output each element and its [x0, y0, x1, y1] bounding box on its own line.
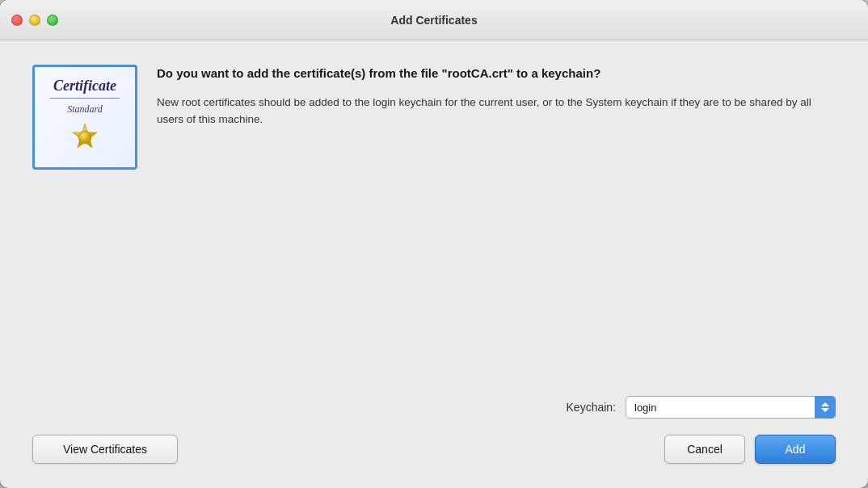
view-certificates-button[interactable]: View Certificates — [32, 435, 178, 464]
cert-seal-icon — [67, 120, 103, 156]
certificate-icon: Certificate Standard — [32, 65, 137, 170]
description-text: New root certificates should be added to… — [157, 95, 836, 128]
main-section: Certificate Standard — [32, 65, 836, 170]
close-button[interactable] — [11, 15, 23, 26]
cert-title-line2: Standard — [67, 103, 103, 116]
minimize-button[interactable] — [29, 15, 40, 26]
window-title: Add Certificates — [390, 14, 477, 27]
text-section: Do you want to add the certificate(s) fr… — [157, 65, 836, 128]
svg-point-1 — [78, 131, 91, 144]
add-button[interactable]: Add — [755, 435, 836, 464]
main-question: Do you want to add the certificate(s) fr… — [157, 65, 836, 82]
keychain-section: Keychain: login System — [32, 396, 836, 419]
dialog-content: Certificate Standard — [0, 40, 868, 488]
keychain-select[interactable]: login System — [626, 396, 836, 419]
keychain-label: Keychain: — [567, 401, 616, 414]
cancel-button[interactable]: Cancel — [664, 435, 745, 464]
titlebar: Add Certificates — [0, 0, 868, 40]
cert-title-line1: Certificate — [53, 78, 116, 95]
keychain-select-wrapper: login System — [626, 396, 836, 419]
dialog-window: Add Certificates Certificate Standard — [0, 0, 868, 488]
right-buttons: Cancel Add — [664, 435, 836, 464]
maximize-button[interactable] — [47, 15, 58, 26]
button-section: View Certificates Cancel Add — [32, 435, 836, 464]
traffic-lights — [11, 15, 58, 26]
cert-decoration-line — [50, 98, 120, 99]
